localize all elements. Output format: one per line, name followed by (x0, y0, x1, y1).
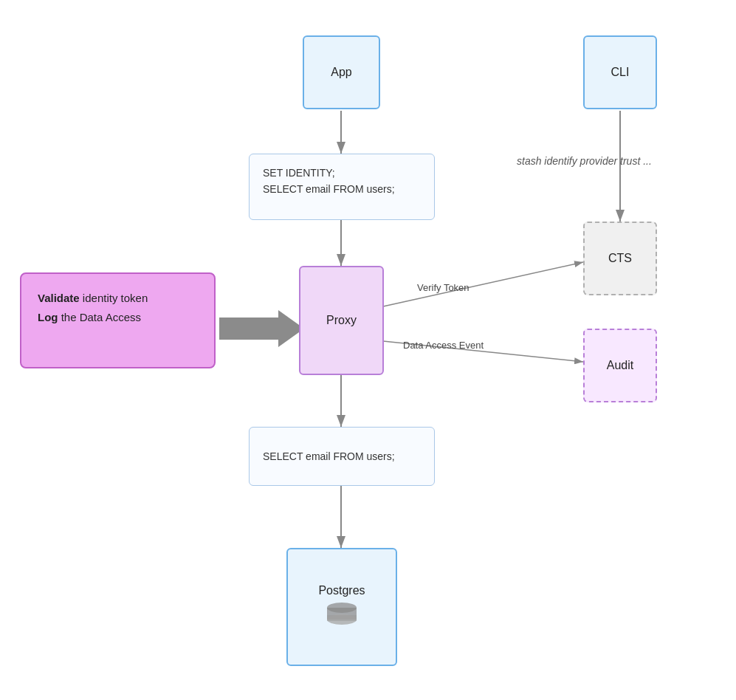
data-access-event-label: Data Access Event (403, 340, 484, 351)
validate-box: Validate identity token Log the Data Acc… (20, 272, 216, 368)
app-label: App (331, 66, 351, 79)
validate-bold1: Validate (38, 292, 80, 304)
postgres-node: Postgres (286, 548, 397, 666)
sql-top-line1: SET IDENTITY; (263, 165, 421, 181)
database-icon (324, 602, 360, 630)
svg-line-7 (383, 262, 583, 306)
svg-rect-13 (327, 615, 357, 621)
log-bold: Log (38, 311, 58, 323)
audit-node: Audit (583, 329, 657, 402)
audit-label: Audit (607, 359, 633, 372)
app-node: App (303, 35, 380, 109)
postgres-label: Postgres (318, 584, 365, 597)
validate-text1: identity token (80, 292, 148, 304)
sql-bottom-line1: SELECT email FROM users; (263, 448, 395, 464)
cli-command: stash identify provider trust ... (517, 155, 652, 167)
cts-label: CTS (608, 252, 632, 265)
proxy-node: Proxy (299, 266, 384, 375)
diagram: App CLI stash identify provider trust ..… (0, 0, 736, 700)
proxy-label: Proxy (326, 314, 357, 327)
sql-top-line2: SELECT email FROM users; (263, 181, 421, 197)
validate-line2: Log the Data Access (38, 308, 198, 327)
sql-bottom-box: SELECT email FROM users; (249, 427, 435, 486)
big-arrow (219, 306, 304, 354)
svg-marker-9 (219, 310, 304, 347)
validate-line1: Validate identity token (38, 289, 198, 308)
sql-top-box: SET IDENTITY; SELECT email FROM users; (249, 154, 435, 220)
log-text: the Data Access (58, 311, 142, 323)
verify-token-label: Verify Token (417, 282, 470, 293)
cli-label: CLI (611, 66, 630, 79)
cts-node: CTS (583, 222, 657, 295)
cli-node: CLI (583, 35, 657, 109)
